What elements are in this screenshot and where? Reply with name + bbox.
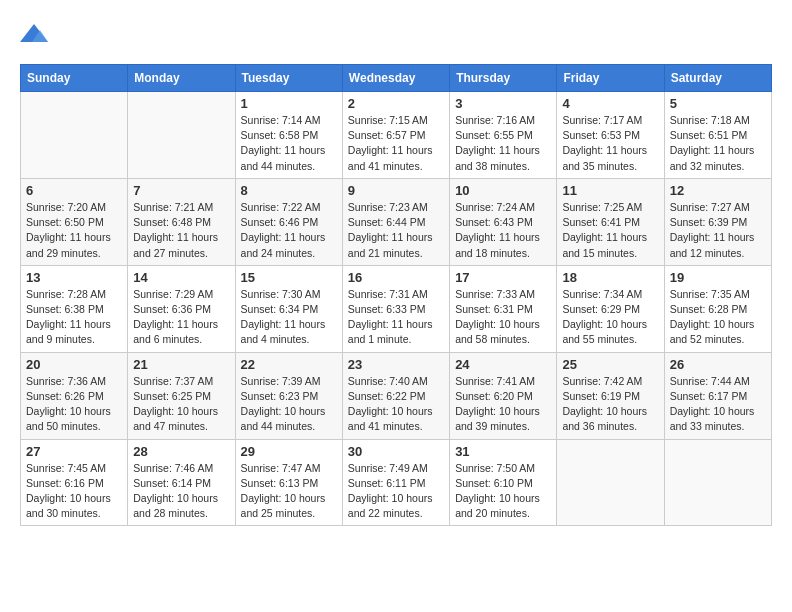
calendar-cell: 13Sunrise: 7:28 AMSunset: 6:38 PMDayligh…	[21, 265, 128, 352]
day-info: Sunrise: 7:47 AMSunset: 6:13 PMDaylight:…	[241, 461, 337, 522]
calendar-cell	[21, 92, 128, 179]
day-info: Sunrise: 7:24 AMSunset: 6:43 PMDaylight:…	[455, 200, 551, 261]
day-number: 5	[670, 96, 766, 111]
day-info: Sunrise: 7:28 AMSunset: 6:38 PMDaylight:…	[26, 287, 122, 348]
day-info: Sunrise: 7:41 AMSunset: 6:20 PMDaylight:…	[455, 374, 551, 435]
calendar-cell: 24Sunrise: 7:41 AMSunset: 6:20 PMDayligh…	[450, 352, 557, 439]
day-number: 8	[241, 183, 337, 198]
logo	[20, 20, 52, 48]
week-row-2: 6Sunrise: 7:20 AMSunset: 6:50 PMDaylight…	[21, 178, 772, 265]
day-info: Sunrise: 7:33 AMSunset: 6:31 PMDaylight:…	[455, 287, 551, 348]
calendar-body: 1Sunrise: 7:14 AMSunset: 6:58 PMDaylight…	[21, 92, 772, 526]
day-number: 9	[348, 183, 444, 198]
calendar-cell	[664, 439, 771, 526]
day-info: Sunrise: 7:22 AMSunset: 6:46 PMDaylight:…	[241, 200, 337, 261]
calendar-cell: 25Sunrise: 7:42 AMSunset: 6:19 PMDayligh…	[557, 352, 664, 439]
day-number: 18	[562, 270, 658, 285]
day-info: Sunrise: 7:35 AMSunset: 6:28 PMDaylight:…	[670, 287, 766, 348]
day-number: 15	[241, 270, 337, 285]
day-number: 13	[26, 270, 122, 285]
calendar-cell: 28Sunrise: 7:46 AMSunset: 6:14 PMDayligh…	[128, 439, 235, 526]
calendar-cell: 18Sunrise: 7:34 AMSunset: 6:29 PMDayligh…	[557, 265, 664, 352]
day-info: Sunrise: 7:49 AMSunset: 6:11 PMDaylight:…	[348, 461, 444, 522]
calendar-cell: 4Sunrise: 7:17 AMSunset: 6:53 PMDaylight…	[557, 92, 664, 179]
calendar-cell: 15Sunrise: 7:30 AMSunset: 6:34 PMDayligh…	[235, 265, 342, 352]
calendar-cell: 1Sunrise: 7:14 AMSunset: 6:58 PMDaylight…	[235, 92, 342, 179]
day-info: Sunrise: 7:21 AMSunset: 6:48 PMDaylight:…	[133, 200, 229, 261]
day-info: Sunrise: 7:16 AMSunset: 6:55 PMDaylight:…	[455, 113, 551, 174]
weekday-header-sunday: Sunday	[21, 65, 128, 92]
calendar-cell: 17Sunrise: 7:33 AMSunset: 6:31 PMDayligh…	[450, 265, 557, 352]
day-number: 2	[348, 96, 444, 111]
day-number: 11	[562, 183, 658, 198]
week-row-1: 1Sunrise: 7:14 AMSunset: 6:58 PMDaylight…	[21, 92, 772, 179]
week-row-3: 13Sunrise: 7:28 AMSunset: 6:38 PMDayligh…	[21, 265, 772, 352]
calendar-cell: 12Sunrise: 7:27 AMSunset: 6:39 PMDayligh…	[664, 178, 771, 265]
calendar-cell: 29Sunrise: 7:47 AMSunset: 6:13 PMDayligh…	[235, 439, 342, 526]
day-info: Sunrise: 7:31 AMSunset: 6:33 PMDaylight:…	[348, 287, 444, 348]
week-row-5: 27Sunrise: 7:45 AMSunset: 6:16 PMDayligh…	[21, 439, 772, 526]
day-number: 20	[26, 357, 122, 372]
day-number: 30	[348, 444, 444, 459]
day-number: 31	[455, 444, 551, 459]
day-info: Sunrise: 7:34 AMSunset: 6:29 PMDaylight:…	[562, 287, 658, 348]
day-info: Sunrise: 7:17 AMSunset: 6:53 PMDaylight:…	[562, 113, 658, 174]
weekday-header-thursday: Thursday	[450, 65, 557, 92]
calendar-cell: 5Sunrise: 7:18 AMSunset: 6:51 PMDaylight…	[664, 92, 771, 179]
day-number: 1	[241, 96, 337, 111]
header	[20, 20, 772, 48]
calendar-cell: 3Sunrise: 7:16 AMSunset: 6:55 PMDaylight…	[450, 92, 557, 179]
day-info: Sunrise: 7:25 AMSunset: 6:41 PMDaylight:…	[562, 200, 658, 261]
calendar-cell: 31Sunrise: 7:50 AMSunset: 6:10 PMDayligh…	[450, 439, 557, 526]
weekday-row: SundayMondayTuesdayWednesdayThursdayFrid…	[21, 65, 772, 92]
day-number: 16	[348, 270, 444, 285]
calendar-cell: 11Sunrise: 7:25 AMSunset: 6:41 PMDayligh…	[557, 178, 664, 265]
day-info: Sunrise: 7:36 AMSunset: 6:26 PMDaylight:…	[26, 374, 122, 435]
day-number: 22	[241, 357, 337, 372]
week-row-4: 20Sunrise: 7:36 AMSunset: 6:26 PMDayligh…	[21, 352, 772, 439]
day-info: Sunrise: 7:45 AMSunset: 6:16 PMDaylight:…	[26, 461, 122, 522]
day-info: Sunrise: 7:46 AMSunset: 6:14 PMDaylight:…	[133, 461, 229, 522]
calendar-cell	[557, 439, 664, 526]
day-number: 23	[348, 357, 444, 372]
calendar-cell: 7Sunrise: 7:21 AMSunset: 6:48 PMDaylight…	[128, 178, 235, 265]
day-number: 27	[26, 444, 122, 459]
calendar-cell: 14Sunrise: 7:29 AMSunset: 6:36 PMDayligh…	[128, 265, 235, 352]
day-number: 28	[133, 444, 229, 459]
day-number: 17	[455, 270, 551, 285]
weekday-header-saturday: Saturday	[664, 65, 771, 92]
calendar-header: SundayMondayTuesdayWednesdayThursdayFrid…	[21, 65, 772, 92]
calendar-cell: 19Sunrise: 7:35 AMSunset: 6:28 PMDayligh…	[664, 265, 771, 352]
day-info: Sunrise: 7:30 AMSunset: 6:34 PMDaylight:…	[241, 287, 337, 348]
calendar-cell: 27Sunrise: 7:45 AMSunset: 6:16 PMDayligh…	[21, 439, 128, 526]
day-info: Sunrise: 7:29 AMSunset: 6:36 PMDaylight:…	[133, 287, 229, 348]
day-number: 12	[670, 183, 766, 198]
day-number: 21	[133, 357, 229, 372]
calendar-cell: 23Sunrise: 7:40 AMSunset: 6:22 PMDayligh…	[342, 352, 449, 439]
day-number: 10	[455, 183, 551, 198]
weekday-header-wednesday: Wednesday	[342, 65, 449, 92]
day-number: 7	[133, 183, 229, 198]
calendar-cell: 8Sunrise: 7:22 AMSunset: 6:46 PMDaylight…	[235, 178, 342, 265]
day-number: 4	[562, 96, 658, 111]
calendar-cell: 30Sunrise: 7:49 AMSunset: 6:11 PMDayligh…	[342, 439, 449, 526]
day-info: Sunrise: 7:20 AMSunset: 6:50 PMDaylight:…	[26, 200, 122, 261]
day-number: 19	[670, 270, 766, 285]
calendar-cell: 21Sunrise: 7:37 AMSunset: 6:25 PMDayligh…	[128, 352, 235, 439]
weekday-header-friday: Friday	[557, 65, 664, 92]
day-number: 26	[670, 357, 766, 372]
calendar-cell: 16Sunrise: 7:31 AMSunset: 6:33 PMDayligh…	[342, 265, 449, 352]
day-info: Sunrise: 7:37 AMSunset: 6:25 PMDaylight:…	[133, 374, 229, 435]
day-info: Sunrise: 7:42 AMSunset: 6:19 PMDaylight:…	[562, 374, 658, 435]
day-info: Sunrise: 7:50 AMSunset: 6:10 PMDaylight:…	[455, 461, 551, 522]
calendar-cell: 9Sunrise: 7:23 AMSunset: 6:44 PMDaylight…	[342, 178, 449, 265]
calendar: SundayMondayTuesdayWednesdayThursdayFrid…	[20, 64, 772, 526]
weekday-header-tuesday: Tuesday	[235, 65, 342, 92]
day-number: 6	[26, 183, 122, 198]
calendar-cell: 10Sunrise: 7:24 AMSunset: 6:43 PMDayligh…	[450, 178, 557, 265]
logo-icon	[20, 20, 48, 48]
day-number: 14	[133, 270, 229, 285]
day-info: Sunrise: 7:44 AMSunset: 6:17 PMDaylight:…	[670, 374, 766, 435]
calendar-cell: 22Sunrise: 7:39 AMSunset: 6:23 PMDayligh…	[235, 352, 342, 439]
day-number: 29	[241, 444, 337, 459]
